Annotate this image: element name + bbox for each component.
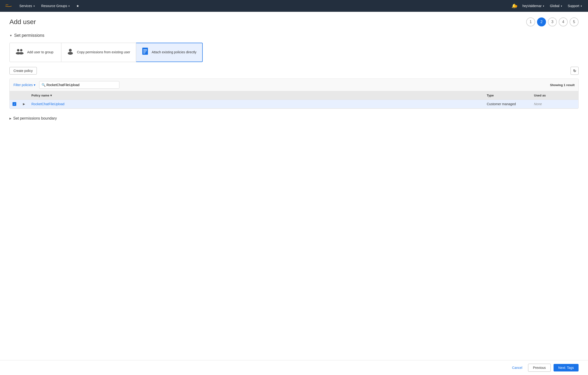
perm-card-attach-label: Attach existing policies directly	[152, 50, 197, 55]
step-5[interactable]: 5	[570, 17, 578, 26]
used-as-value: None	[534, 102, 542, 106]
section-title: Set permissions	[14, 33, 44, 38]
svg-rect-8	[142, 48, 148, 55]
nav-resource-groups[interactable]: Resource Groups ▾	[39, 0, 72, 12]
step-3[interactable]: 3	[548, 17, 557, 26]
previous-button[interactable]: Previous	[528, 364, 551, 372]
svg-point-5	[19, 52, 24, 54]
cancel-button[interactable]: Cancel	[509, 364, 525, 372]
td-used-as: None	[531, 100, 578, 108]
perm-card-attach-policies[interactable]: Attach existing policies directly	[136, 43, 203, 62]
page-header: Add user 1 2 3 4 5	[10, 17, 578, 26]
nav-region[interactable]: Global ▾	[547, 0, 564, 12]
support-chevron-icon: ▾	[581, 5, 582, 7]
td-expand[interactable]: ▶	[20, 100, 29, 108]
nav-favorites[interactable]: ★	[74, 0, 82, 12]
region-chevron-icon: ▾	[561, 5, 562, 7]
search-wrap: 🔍	[39, 81, 119, 89]
sort-icon: ▾	[50, 94, 52, 97]
perm-card-add-to-group-label: Add user to group	[27, 50, 53, 55]
th-type: Type	[484, 91, 531, 100]
page-footer: Cancel Previous Next: Tags	[0, 360, 588, 375]
search-input[interactable]	[39, 81, 119, 89]
set-permissions-section: ▼ Set permissions	[10, 33, 578, 38]
svg-point-7	[68, 52, 73, 55]
td-policy-name: RocketChatFileUpload	[29, 100, 484, 108]
svg-rect-12	[143, 53, 145, 53]
td-checkbox[interactable]: ✓	[10, 100, 20, 108]
step-4[interactable]: 4	[559, 17, 568, 26]
create-policy-button[interactable]: Create policy	[10, 67, 37, 74]
perm-card-add-to-group[interactable]: Add user to group	[10, 43, 61, 62]
next-tags-button[interactable]: Next: Tags	[554, 364, 578, 372]
star-icon: ★	[76, 4, 79, 8]
th-policy-name[interactable]: Policy name ▾	[29, 91, 484, 100]
row-checkbox[interactable]: ✓	[12, 102, 16, 106]
nav-right: 🔔 heyValdemar ▾ Global ▾ Support ▾	[509, 0, 584, 12]
page-content: Add user 1 2 3 4 5 ▼ Set permissions	[0, 12, 588, 375]
navbar: aws Services ▾ Resource Groups ▾ ★ 🔔 hey…	[0, 0, 588, 12]
notification-dot	[515, 5, 517, 7]
nav-services[interactable]: Services ▾	[17, 0, 37, 12]
services-chevron-icon: ▾	[33, 5, 35, 7]
svg-rect-0	[4, 3, 13, 9]
aws-logo[interactable]: aws	[4, 2, 15, 10]
user-icon	[67, 48, 74, 57]
showing-result: Showing 1 result	[550, 83, 575, 87]
section-collapse-arrow[interactable]: ▼	[10, 34, 12, 37]
svg-text:aws: aws	[6, 4, 9, 5]
svg-rect-9	[143, 49, 147, 50]
th-checkbox	[10, 91, 20, 100]
filter-chevron-icon: ▾	[34, 83, 35, 87]
perm-card-copy-permissions[interactable]: Copy permissions from existing user	[61, 43, 136, 62]
resource-groups-chevron-icon: ▾	[68, 5, 70, 7]
table-row: ✓ ▶ RocketChatFileUpload Customer manage…	[10, 100, 578, 108]
svg-rect-10	[143, 51, 147, 51]
boundary-title: Set permissions boundary	[13, 116, 57, 121]
td-type: Customer managed	[484, 100, 531, 108]
nav-user[interactable]: heyValdemar ▾	[520, 0, 546, 12]
notifications-bell[interactable]: 🔔	[509, 3, 519, 9]
steps-indicator: 1 2 3 4 5	[526, 17, 578, 26]
filter-policies-button[interactable]: Filter policies ▾	[13, 83, 35, 87]
policies-table: Filter policies ▾ 🔍 Showing 1 result Pol…	[10, 79, 578, 109]
step-1[interactable]: 1	[526, 17, 535, 26]
svg-point-6	[69, 49, 72, 52]
table-header: Policy name ▾ Type Used as	[10, 91, 578, 100]
nav-support[interactable]: Support ▾	[565, 0, 584, 12]
refresh-icon: ↻	[573, 69, 576, 73]
doc-icon	[142, 47, 148, 57]
user-chevron-icon: ▾	[543, 5, 544, 7]
svg-point-2	[17, 49, 19, 52]
step-2[interactable]: 2	[537, 17, 546, 26]
users-icon	[15, 48, 24, 57]
page-title: Add user	[10, 18, 36, 26]
perm-card-copy-label: Copy permissions from existing user	[77, 50, 130, 55]
expand-row-arrow[interactable]: ▶	[23, 102, 25, 106]
svg-point-4	[20, 49, 22, 52]
table-toolbar: Create policy ↻	[10, 67, 578, 75]
table-filter-row: Filter policies ▾ 🔍 Showing 1 result	[10, 79, 578, 91]
permissions-boundary-section: ▶ Set permissions boundary	[10, 116, 578, 121]
th-used-as: Used as	[531, 91, 578, 100]
search-icon: 🔍	[42, 83, 45, 87]
refresh-button[interactable]: ↻	[570, 67, 578, 75]
filter-policies-label: Filter policies	[13, 83, 33, 87]
type-value: Customer managed	[487, 102, 516, 106]
svg-rect-11	[143, 52, 146, 52]
boundary-expand-arrow[interactable]: ▶	[10, 117, 11, 120]
policy-name-link[interactable]: RocketChatFileUpload	[32, 102, 64, 106]
th-expand	[20, 91, 29, 100]
permission-cards: Add user to group Copy permissions from …	[10, 43, 578, 62]
